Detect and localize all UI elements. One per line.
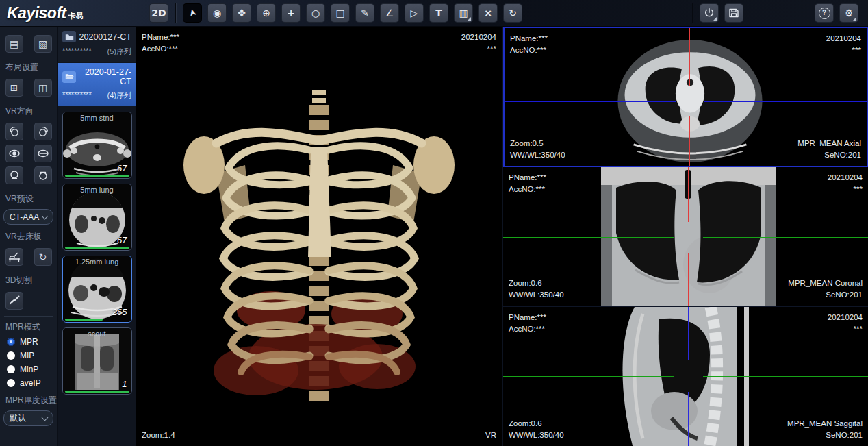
series-thumbnail-selected[interactable]: 1.25mm lung 265 bbox=[62, 256, 132, 323]
sagittal-viewport[interactable]: PName:*** AccNO:*** 20210204 *** Zoom:0.… bbox=[503, 307, 868, 446]
axial-plane-overlay: MPR_MEAN Axial SeNO:201 bbox=[797, 138, 861, 161]
axial-zoom-overlay: Zoom:0.5 WW/WL:350/40 bbox=[510, 138, 565, 161]
tool-pan[interactable]: ✥ bbox=[233, 4, 251, 22]
mpr-thickness-value: 默认 bbox=[10, 412, 26, 424]
help-button[interactable]: ? bbox=[815, 4, 833, 22]
angle-icon: ∠ bbox=[385, 8, 394, 18]
remove-bed-button[interactable] bbox=[5, 248, 23, 266]
layout-grid-button[interactable]: ⊞ bbox=[5, 79, 23, 97]
cut-3d-label: 3D切割 bbox=[0, 270, 57, 288]
plane-label: MPR_MEAN Axial bbox=[797, 138, 861, 149]
mpr-thickness-select[interactable]: 默认 bbox=[3, 410, 53, 426]
study-item[interactable]: 20200127-CT ********** (5)序列 bbox=[58, 27, 136, 62]
ellipse-roi-icon: ○ bbox=[311, 8, 320, 18]
sagittal-study-overlay: 20210204 *** bbox=[828, 312, 863, 335]
accession-number: AccNO:*** bbox=[510, 45, 548, 56]
vr-back-view-button[interactable] bbox=[34, 145, 52, 162]
coronal-zoom-overlay: Zoom:0.6 WW/WL:350/40 bbox=[509, 277, 564, 301]
tool-reset-view[interactable]: ↻ bbox=[504, 4, 522, 22]
masked-value: *** bbox=[461, 43, 496, 55]
tool-ellipse-roi[interactable]: ○ bbox=[307, 4, 324, 22]
vr-direction-label: VR方向 bbox=[0, 101, 57, 119]
save-button[interactable] bbox=[725, 4, 743, 22]
tool-rect-roi[interactable]: □ bbox=[331, 4, 349, 22]
series-thumbnail[interactable]: 5mm lung 67 bbox=[62, 184, 132, 251]
coronal-crosshair-vertical[interactable] bbox=[688, 167, 689, 222]
study-item-selected[interactable]: 2020-01-27-CT ********** (4)序列 bbox=[58, 63, 136, 106]
tool-cursor[interactable]: ➤ bbox=[183, 4, 201, 22]
tool-mode-2d[interactable]: 2D bbox=[150, 4, 168, 22]
cine-scroll-icon: ◉ bbox=[213, 8, 221, 18]
tool-crosshair[interactable]: + bbox=[282, 4, 300, 22]
series-thumbnail[interactable]: 5mm stnd 67 bbox=[62, 112, 132, 179]
info-panel-button[interactable]: ▤ bbox=[5, 35, 23, 53]
vr-bottom-view-button[interactable] bbox=[34, 166, 52, 184]
axial-crosshair-horizontal[interactable] bbox=[505, 101, 676, 102]
mpr-mode-option-label: MIP bbox=[20, 351, 34, 360]
thumbnail-image-count: 67 bbox=[117, 163, 127, 173]
vr-top-view-icon bbox=[8, 169, 21, 182]
vr-top-view-button[interactable] bbox=[5, 166, 23, 184]
tool-measure-line[interactable]: ✎ bbox=[356, 4, 374, 22]
bed-reset-button[interactable]: ↻ bbox=[34, 248, 52, 266]
axial-viewport[interactable]: PName:*** AccNO:*** 20210204 *** Zoom:0.… bbox=[503, 27, 868, 167]
coronal-study-overlay: 20210204 *** bbox=[828, 172, 863, 195]
mpr-mode-option-mpr[interactable]: MPR bbox=[0, 335, 57, 349]
vr-rotate-left-button[interactable] bbox=[5, 123, 23, 140]
delete-icon: × bbox=[484, 8, 492, 18]
tool-delete-annotation[interactable]: × bbox=[479, 4, 497, 22]
mpr-mode-option-mip[interactable]: MIP bbox=[0, 349, 57, 362]
coronal-crosshair-vertical[interactable] bbox=[688, 253, 689, 306]
layout-split-button[interactable]: ◫ bbox=[34, 79, 52, 97]
radio-icon bbox=[7, 379, 15, 387]
sagittal-crosshair-horizontal[interactable] bbox=[703, 376, 868, 377]
mpr-mode-option-minp[interactable]: MinP bbox=[0, 362, 57, 376]
tool-text-annotation[interactable]: T bbox=[430, 4, 448, 22]
vr-viewport[interactable]: PName:*** AccNO:*** 20210204 *** Zoom:1.… bbox=[136, 27, 502, 446]
settings-button[interactable]: ⚙ bbox=[840, 4, 858, 22]
vr-ribcage-render bbox=[165, 84, 473, 413]
help-icon: ? bbox=[819, 8, 830, 19]
sagittal-crosshair-horizontal[interactable] bbox=[503, 376, 674, 377]
zoom-icon: ⊕ bbox=[262, 8, 270, 18]
tool-angle[interactable]: ∠ bbox=[381, 4, 398, 22]
axial-crosshair-vertical[interactable] bbox=[689, 28, 690, 86]
coronal-crosshair-horizontal[interactable] bbox=[503, 237, 674, 238]
study-series-count: (4)序列 bbox=[107, 90, 131, 101]
axial-crosshair-horizontal[interactable] bbox=[704, 101, 867, 102]
pan-icon: ✥ bbox=[238, 8, 246, 18]
series-thumbnail[interactable]: scout 1 bbox=[62, 327, 132, 395]
study-patient-masked: ********** bbox=[62, 47, 92, 57]
thumbnail-image-count: 1 bbox=[122, 379, 127, 389]
coronal-viewport[interactable]: PName:*** AccNO:*** 20210204 *** Zoom:0.… bbox=[503, 167, 868, 307]
vr-rotate-right-icon bbox=[37, 125, 49, 138]
tool-wwwl-presets[interactable]: ▥ bbox=[455, 4, 472, 22]
cursor-icon: ➤ bbox=[187, 8, 199, 18]
vr-remove-bed-label: VR去床板 bbox=[0, 226, 57, 245]
window-level: WW/WL:350/40 bbox=[509, 289, 564, 301]
radio-icon bbox=[7, 351, 15, 360]
mpr-column: PName:*** AccNO:*** 20210204 *** Zoom:0.… bbox=[502, 27, 868, 446]
coronal-crosshair-horizontal[interactable] bbox=[703, 237, 868, 238]
radio-selected-icon bbox=[7, 338, 15, 346]
tool-cine-scroll[interactable]: ◉ bbox=[208, 4, 226, 22]
gear-icon: ⚙ bbox=[845, 8, 854, 18]
scalpel-button[interactable] bbox=[5, 292, 23, 310]
study-series-count: (5)序列 bbox=[107, 47, 131, 57]
layout-settings-label: 布局设置 bbox=[0, 57, 57, 75]
vr-patient-overlay: PName:*** AccNO:*** bbox=[142, 32, 179, 55]
vr-preset-select[interactable]: CT-AAA bbox=[3, 209, 53, 225]
series-number: SeNO:201 bbox=[788, 289, 863, 301]
zoom-level: Zoom:0.6 bbox=[509, 418, 564, 430]
axial-crosshair-vertical[interactable] bbox=[689, 116, 690, 166]
tool-arrow-annotation[interactable]: ▷ bbox=[405, 4, 423, 22]
sagittal-crosshair-vertical[interactable] bbox=[688, 307, 689, 360]
mpr-mode-option-label: MPR bbox=[20, 337, 38, 347]
vr-rotate-right-button[interactable] bbox=[34, 123, 52, 140]
vr-front-view-button[interactable] bbox=[5, 145, 23, 162]
mpr-mode-option-aveip[interactable]: aveIP bbox=[0, 376, 57, 390]
report-panel-button[interactable]: ▧ bbox=[34, 35, 52, 53]
sagittal-crosshair-vertical[interactable] bbox=[688, 392, 689, 446]
power-button[interactable] bbox=[700, 4, 718, 22]
tool-zoom[interactable]: ⊕ bbox=[257, 4, 275, 22]
